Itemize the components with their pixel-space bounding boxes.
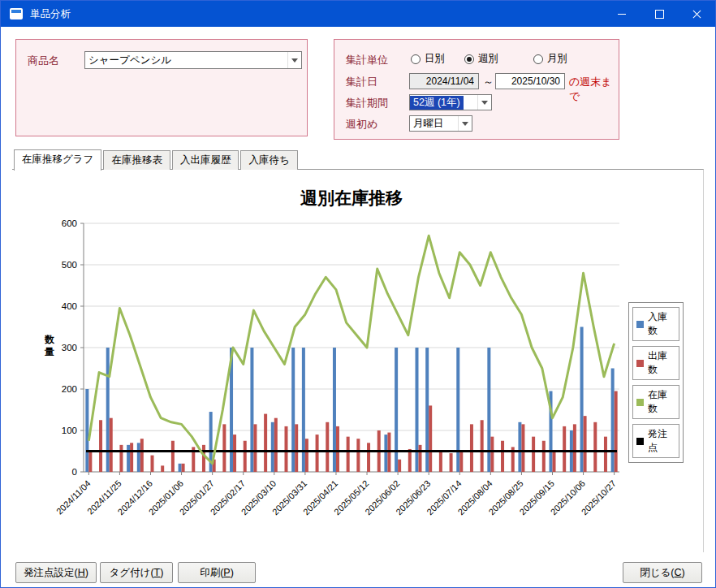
legend-label: 入庫数 [648, 310, 675, 338]
maximize-button[interactable] [641, 1, 678, 27]
legend-swatch [636, 360, 644, 367]
tab-label: 入庫待ち [248, 154, 289, 166]
legend-item: 在庫数 [632, 385, 679, 419]
close-icon [692, 10, 701, 19]
aggregation-panel: 集計単位 日別 週別 月別 集計日 ～ の週末まで 集計期間 52週 (1年) … [334, 39, 619, 140]
radio-icon [464, 54, 474, 64]
legend-swatch [636, 321, 644, 328]
svg-text:数: 数 [44, 334, 55, 345]
window-controls [603, 1, 715, 27]
button-label: タグ付け( [110, 567, 154, 578]
legend-item: 発注点 [632, 424, 679, 458]
tab-label: 在庫推移グラフ [22, 153, 93, 165]
window-title: 単品分析 [30, 7, 71, 21]
maximize-icon [655, 10, 664, 19]
week-start-select[interactable]: 月曜日 [409, 115, 472, 132]
button-label: ) [160, 567, 163, 578]
stock-trend-chart: 0100200300400500600週別在庫推移数量2024/11/04202… [17, 173, 699, 547]
legend-label: 在庫数 [648, 388, 675, 416]
button-mnemonic: C [675, 567, 682, 578]
button-label: 閉じる( [640, 567, 674, 578]
tab-stock-trend-table[interactable]: 在庫推移表 [103, 150, 170, 170]
tab-awaiting-arrival[interactable]: 入庫待ち [240, 150, 297, 170]
date-suffix-text: の週末まで [569, 75, 619, 104]
svg-text:500: 500 [62, 260, 77, 270]
svg-text:量: 量 [44, 346, 54, 357]
legend-item: 入庫数 [632, 307, 679, 341]
close-button[interactable] [678, 1, 715, 27]
tab-stock-trend-graph[interactable]: 在庫推移グラフ [14, 149, 101, 171]
minimize-button[interactable] [603, 1, 641, 27]
button-mnemonic: P [223, 567, 230, 578]
product-panel: 商品名 シャープペンシル [15, 39, 308, 136]
svg-text:600: 600 [62, 218, 77, 228]
tab-bar: 在庫推移グラフ 在庫推移表 入出庫履歴 入庫待ち [14, 151, 300, 170]
svg-text:200: 200 [62, 384, 77, 394]
button-label: ) [85, 567, 88, 578]
svg-text:400: 400 [62, 301, 77, 311]
week-start-label: 週初め [346, 117, 377, 132]
product-name-value: シャープペンシル [85, 54, 287, 67]
app-icon [10, 8, 23, 19]
radio-daily-label: 日別 [425, 52, 445, 66]
radio-monthly[interactable]: 月別 [533, 52, 567, 66]
svg-text:0: 0 [72, 467, 77, 477]
radio-weekly-label: 週別 [478, 52, 498, 66]
legend-item: 出庫数 [632, 346, 679, 380]
chevron-down-icon[interactable] [477, 95, 491, 110]
button-mnemonic: H [78, 567, 85, 578]
button-label: 印刷( [200, 567, 223, 578]
aggregation-date-label: 集計日 [346, 75, 377, 89]
titlebar: 単品分析 [1, 1, 715, 27]
reorder-point-settings-button[interactable]: 発注点設定(H) [15, 562, 97, 583]
chevron-down-icon[interactable] [287, 52, 301, 68]
legend-swatch [636, 399, 644, 406]
aggregation-unit-label: 集計単位 [346, 53, 388, 67]
print-button[interactable]: 印刷(P) [178, 562, 256, 583]
radio-icon [533, 54, 543, 64]
radio-weekly[interactable]: 週別 [464, 52, 498, 66]
chart-legend: 入庫数出庫数在庫数発注点 [628, 302, 684, 463]
product-name-select[interactable]: シャープペンシル [84, 51, 302, 69]
date-to-input[interactable] [495, 73, 565, 89]
aggregation-period-label: 集計期間 [346, 96, 388, 110]
aggregation-period-value: 52週 (1年) [410, 96, 464, 110]
chevron-down-icon[interactable] [458, 116, 472, 131]
radio-daily[interactable]: 日別 [411, 52, 445, 66]
svg-text:100: 100 [62, 426, 77, 435]
date-from-input[interactable] [409, 73, 479, 89]
tab-inout-history[interactable]: 入出庫履歴 [172, 150, 239, 170]
button-label: 発注点設定( [24, 567, 78, 578]
svg-text:300: 300 [62, 343, 77, 352]
app-window: 単品分析 商品名 シャープペンシル 集計単位 日別 週別 月別 集計日 [0, 0, 716, 588]
aggregation-period-select[interactable]: 52週 (1年) [409, 94, 492, 110]
button-label: ) [682, 567, 685, 578]
minimize-icon [618, 14, 626, 15]
date-range-separator: ～ [483, 75, 494, 89]
product-name-label: 商品名 [28, 54, 59, 68]
radio-icon [411, 54, 421, 64]
tab-label: 入出庫履歴 [180, 154, 231, 166]
tab-label: 在庫推移表 [111, 154, 162, 166]
legend-label: 発注点 [648, 427, 675, 455]
radio-monthly-label: 月別 [547, 52, 567, 66]
week-start-value: 月曜日 [410, 117, 458, 131]
close-dialog-button[interactable]: 閉じる(C) [623, 562, 702, 583]
tagging-button[interactable]: タグ付け(T) [100, 562, 173, 583]
button-label: ) [231, 567, 234, 578]
svg-text:週別在庫推移: 週別在庫推移 [300, 188, 403, 207]
legend-swatch [636, 438, 644, 445]
legend-label: 出庫数 [648, 349, 675, 377]
